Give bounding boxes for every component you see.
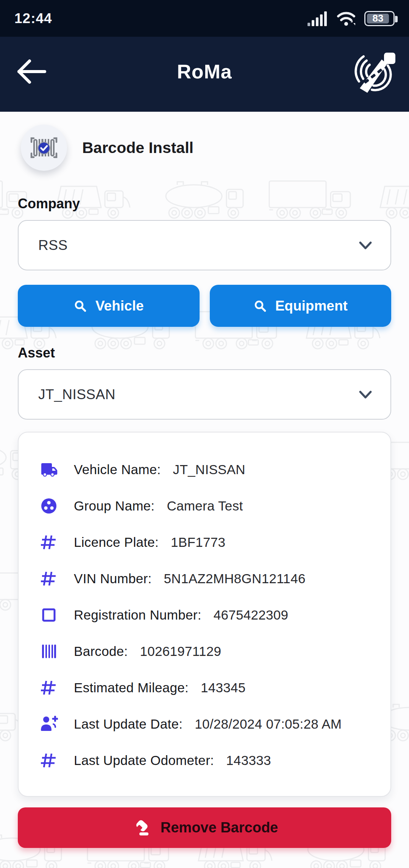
detail-row-value: 10261971129 — [140, 644, 222, 659]
company-select[interactable]: RSS — [18, 220, 391, 270]
asset-label: Asset — [18, 345, 391, 361]
page-header: Barcode Install — [18, 125, 391, 171]
detail-row-label: Vehicle Name: — [74, 462, 161, 477]
truck-icon — [40, 461, 58, 479]
square-icon — [40, 606, 58, 624]
hash-icon — [40, 533, 58, 551]
asset-select[interactable]: JT_NISSAN — [18, 369, 391, 420]
detail-row: Group Name: Camera Test — [40, 488, 375, 524]
detail-row-value: Camera Test — [167, 498, 243, 514]
eraser-icon — [131, 818, 151, 838]
vehicle-search-button[interactable]: Vehicle — [18, 285, 200, 327]
battery-icon: 83 — [364, 11, 395, 26]
barcode-install-badge — [21, 125, 67, 171]
remove-barcode-button[interactable]: Remove Barcode — [18, 807, 391, 848]
detail-row: Licence Plate: 1BF1773 — [40, 524, 375, 560]
app-title: RoMa — [0, 60, 409, 83]
chevron-down-icon — [359, 390, 372, 399]
equipment-search-button[interactable]: Equipment — [210, 285, 392, 327]
hash-icon — [40, 679, 58, 697]
detail-row-value: 143345 — [201, 680, 246, 695]
detail-row-value: 143333 — [226, 753, 271, 768]
group-icon — [40, 497, 58, 515]
company-label: Company — [18, 196, 391, 212]
detail-row-value: 4675422309 — [214, 607, 289, 623]
hash-icon — [40, 570, 58, 588]
barcode-icon — [40, 642, 58, 660]
detail-row-label: Barcode: — [74, 644, 128, 659]
company-select-value: RSS — [38, 237, 68, 253]
clock: 12:44 — [14, 11, 52, 27]
detail-row-label: VIN Number: — [74, 571, 152, 586]
page-title: Barcode Install — [82, 139, 194, 157]
signal-strength-icon — [308, 11, 329, 27]
detail-row: Vehicle Name: JT_NISSAN — [40, 451, 375, 488]
status-bar: 12:44 83 — [0, 0, 409, 37]
search-icon — [253, 299, 267, 313]
detail-row-value: 1BF1773 — [171, 535, 225, 550]
detail-row-label: Licence Plate: — [74, 535, 159, 550]
app-bar: RoMa — [0, 37, 409, 112]
asset-select-value: JT_NISSAN — [38, 387, 116, 403]
hash-icon — [40, 751, 58, 770]
detail-row: Last Update Odometer: 143333 — [40, 742, 375, 779]
barcode-check-icon — [29, 134, 59, 162]
detail-row: Last Update Date: 10/28/2024 07:05:28 AM — [40, 706, 375, 742]
detail-row-label: Registration Number: — [74, 607, 201, 623]
equipment-button-label: Equipment — [275, 298, 348, 314]
detail-row-value: JT_NISSAN — [173, 462, 245, 477]
vehicle-button-label: Vehicle — [95, 298, 144, 314]
remove-barcode-label: Remove Barcode — [161, 820, 278, 836]
detail-row-label: Group Name: — [74, 498, 155, 514]
search-icon — [73, 299, 87, 313]
battery-level: 83 — [365, 12, 390, 24]
chevron-down-icon — [359, 241, 372, 250]
detail-row: Estimated Mileage: 143345 — [40, 670, 375, 706]
detail-row-value: 10/28/2024 07:05:28 AM — [195, 717, 342, 732]
wifi-icon — [336, 10, 357, 27]
detail-row-label: Last Update Odometer: — [74, 753, 214, 768]
detail-row-label: Last Update Date: — [74, 717, 183, 732]
detail-row-value: 5N1AZ2MH8GN121146 — [164, 571, 306, 586]
roma-logo-icon — [352, 48, 398, 95]
detail-row-label: Estimated Mileage: — [74, 680, 189, 695]
detail-row: Barcode: 10261971129 — [40, 633, 375, 670]
detail-row: VIN Number: 5N1AZ2MH8GN121146 — [40, 560, 375, 597]
detail-row: Registration Number: 4675422309 — [40, 597, 375, 633]
person-add-icon — [40, 715, 58, 733]
details-card: Vehicle Name: JT_NISSAN Group Name: Came… — [18, 432, 391, 797]
